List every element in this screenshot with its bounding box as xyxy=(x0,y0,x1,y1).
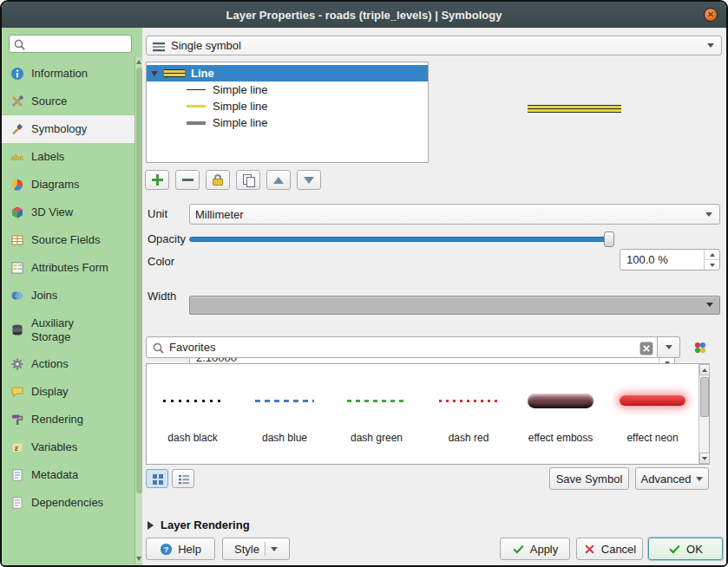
sidebar-item-symbology[interactable]: Symbology xyxy=(2,115,142,143)
style-item-effect-emboss[interactable]: effect emboss xyxy=(515,364,607,464)
sidebar-item-diagrams[interactable]: Diagrams xyxy=(2,171,142,199)
sidebar-item-variables[interactable]: ε Variables xyxy=(2,433,142,461)
sidebar-search-input[interactable] xyxy=(28,38,128,50)
style-label: Style xyxy=(234,543,259,556)
style-item-dash-green[interactable]: dash green xyxy=(331,364,423,464)
symbol-layer-tree: Line Simple line Simple line Simple line xyxy=(146,62,429,163)
scroll-up-button[interactable] xyxy=(699,364,710,375)
sidebar-item-source[interactable]: Source xyxy=(2,88,142,115)
sidebar-item-joins[interactable]: Joins xyxy=(2,282,142,310)
spin-arrows xyxy=(704,250,719,270)
style-manager-button[interactable] xyxy=(689,336,712,358)
sidebar-item-display[interactable]: Display xyxy=(2,378,142,406)
sidebar-item-attributes-form[interactable]: Attributes Form xyxy=(2,254,142,282)
svg-text:?: ? xyxy=(164,544,169,553)
sidebar-search-box[interactable] xyxy=(9,35,132,53)
labels-icon: abc xyxy=(10,150,24,164)
help-button[interactable]: ? Help xyxy=(146,538,215,560)
plus-icon xyxy=(152,174,163,186)
help-label: Help xyxy=(178,543,201,556)
sidebar-item-label: Display xyxy=(31,385,69,399)
sidebar-item-3d-view[interactable]: 3D View xyxy=(2,199,142,226)
lock-color-button[interactable] xyxy=(206,170,230,190)
unit-combobox[interactable]: Millimeter xyxy=(189,204,720,225)
scroll-down-button[interactable] xyxy=(699,453,710,464)
symbol-layer-toolbar xyxy=(145,170,321,190)
sidebar-item-actions[interactable]: Actions xyxy=(2,350,142,378)
cancel-x-icon xyxy=(583,543,596,556)
minus-icon xyxy=(182,179,193,181)
symbol-type-combobox[interactable]: Single symbol xyxy=(146,36,722,55)
style-search-box[interactable] xyxy=(146,336,658,358)
symbol-preview xyxy=(528,105,621,113)
sidebar-item-source-fields[interactable]: Source Fields xyxy=(2,226,142,254)
sidebar-item-label: Metadata xyxy=(31,468,78,482)
style-item-dash-red[interactable]: dash red xyxy=(423,364,515,464)
advanced-button[interactable]: Advanced xyxy=(635,467,709,490)
sidebar-item-dependencies[interactable]: Dependencies xyxy=(2,489,142,517)
style-menu-button[interactable]: Style xyxy=(222,538,290,560)
ok-button[interactable]: OK xyxy=(648,538,723,560)
sidebar-item-label: 3D View xyxy=(31,205,73,219)
style-search-input[interactable] xyxy=(169,341,634,354)
color-label: Color xyxy=(148,255,174,268)
tree-item-simple-line-2[interactable]: Simple line xyxy=(147,98,428,114)
color-button[interactable] xyxy=(189,296,720,315)
close-window-button[interactable]: ✕ xyxy=(704,8,718,22)
effect-emboss-preview xyxy=(528,394,594,408)
arrow-up-icon xyxy=(273,177,284,184)
opacity-spinbox[interactable]: 100.0 % xyxy=(620,249,720,270)
duplicate-symbol-layer-button[interactable] xyxy=(236,170,260,190)
apply-check-icon xyxy=(512,543,525,556)
spin-up-button[interactable] xyxy=(705,250,719,260)
apply-button[interactable]: Apply xyxy=(500,538,570,560)
effect-neon-preview xyxy=(620,395,685,406)
style-item-dash-black[interactable]: dash black xyxy=(147,364,239,464)
style-item-dash-blue[interactable]: dash blue xyxy=(239,364,331,464)
scrollbar-thumb[interactable] xyxy=(700,377,709,417)
sidebar-item-rendering[interactable]: Rendering xyxy=(2,406,142,433)
move-up-button[interactable] xyxy=(266,170,291,190)
tree-item-simple-line-1[interactable]: Simple line xyxy=(147,81,428,98)
layer-rendering-section-header[interactable]: Layer Rendering xyxy=(148,518,250,531)
sidebar-item-label: Rendering xyxy=(31,413,83,427)
style-item-effect-neon[interactable]: effect neon xyxy=(607,364,698,464)
width-label: Width xyxy=(148,290,176,303)
sidebar-item-label: Variables xyxy=(31,440,77,454)
sidebar-item-labels[interactable]: abc Labels xyxy=(2,143,142,171)
style-filter-dropdown-button[interactable] xyxy=(658,336,680,358)
sidebar-item-label: Source Fields xyxy=(31,233,100,247)
simple-line-gray-icon xyxy=(187,121,206,125)
remove-symbol-layer-button[interactable] xyxy=(175,170,200,190)
icon-view-toggle-button[interactable] xyxy=(146,469,168,488)
styles-scrollbar[interactable] xyxy=(698,364,709,464)
spin-down-button[interactable] xyxy=(705,260,719,270)
advanced-label: Advanced xyxy=(641,472,692,486)
sidebar-scrollbar[interactable] xyxy=(134,57,142,564)
layer-rendering-title: Layer Rendering xyxy=(161,518,250,531)
save-symbol-button[interactable]: Save Symbol xyxy=(549,467,629,490)
tree-item-simple-line-3[interactable]: Simple line xyxy=(147,114,428,131)
view-mode-toggles xyxy=(146,469,194,488)
sidebar-item-auxiliary-storage[interactable]: Auxiliary Storage xyxy=(2,310,142,350)
tree-item-line[interactable]: Line xyxy=(147,65,428,81)
sidebar-item-information[interactable]: Information xyxy=(2,60,142,88)
expander-icon[interactable] xyxy=(151,71,158,76)
cancel-button[interactable]: Cancel xyxy=(576,538,643,560)
scrollbar-thumb[interactable] xyxy=(136,68,142,493)
slider-handle[interactable] xyxy=(604,231,614,247)
opacity-slider[interactable] xyxy=(189,229,614,250)
symbology-panel: Single symbol Line Simple line Simple li… xyxy=(142,28,726,565)
sidebar-item-metadata[interactable]: Metadata xyxy=(2,461,142,489)
move-down-button[interactable] xyxy=(297,170,321,190)
chevron-down-icon xyxy=(666,345,672,349)
list-view-toggle-button[interactable] xyxy=(172,469,194,488)
layer-properties-window: Layer Properties - roads (triple_levels)… xyxy=(0,0,728,567)
sidebar-item-label: Symbology xyxy=(31,122,87,136)
clear-search-icon[interactable] xyxy=(639,342,652,354)
window-titlebar[interactable]: Layer Properties - roads (triple_levels)… xyxy=(2,2,726,28)
slider-track[interactable] xyxy=(189,237,614,242)
style-item-label: dash red xyxy=(449,432,489,444)
add-symbol-layer-button[interactable] xyxy=(145,170,169,190)
sidebar-item-label: Auxiliary Storage xyxy=(31,316,113,343)
